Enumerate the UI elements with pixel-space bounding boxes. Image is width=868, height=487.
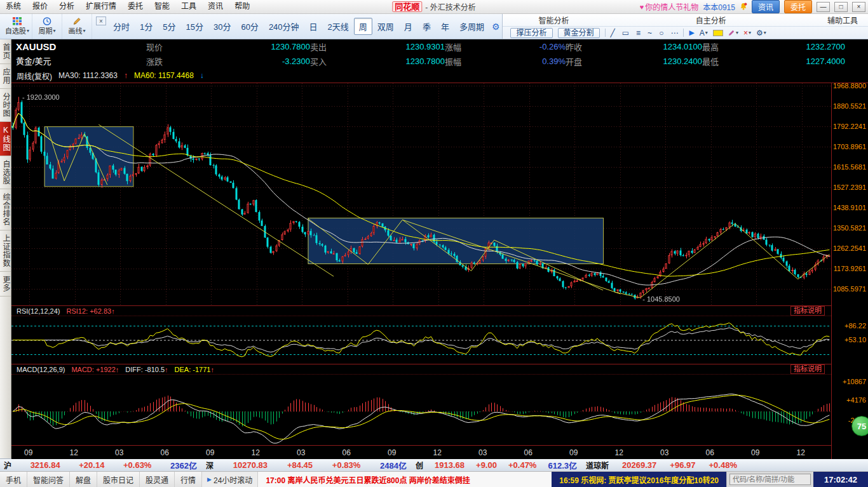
golden-section-button[interactable]: 黄金分割 bbox=[558, 28, 600, 38]
menu-item[interactable]: 系统 bbox=[0, 0, 27, 13]
period-tool-button[interactable]: 周期▾ bbox=[32, 14, 62, 39]
draw-tool-icon[interactable]: ~ bbox=[648, 29, 652, 37]
period-button[interactable]: 分时 bbox=[108, 18, 135, 35]
news-ticker-primary[interactable]: 17:00 离岸人民币兑美元五日累跌近800点 两岸价差结束倒挂 bbox=[258, 472, 552, 487]
panel-settings-gear-icon[interactable]: ⚙▾ bbox=[756, 29, 766, 37]
draw-tool-icon[interactable]: ○ bbox=[659, 29, 663, 37]
analysis-toolbar: 撑压分析 黄金分割 ╱▭≡~○⋯ ▶ A▾ ▾ ×▾ ⚙▾ bbox=[503, 27, 868, 39]
draw-tool-icon[interactable]: ╱ bbox=[611, 29, 615, 37]
ma30-value: MA30: 1112.3363 bbox=[58, 71, 118, 80]
quote-field-label: 卖出 bbox=[310, 41, 327, 53]
news-ticker-secondary[interactable]: 16:59 乐视网: 贾跃亭提议2016年度分配10转20 bbox=[552, 472, 726, 487]
sidebar-item-intraday-chart[interactable]: 分时图 bbox=[0, 89, 11, 122]
color-swatch[interactable] bbox=[713, 30, 723, 36]
sidebar-item-home[interactable]: 首页 bbox=[0, 39, 11, 64]
bottom-button[interactable]: 股灵通 bbox=[140, 472, 175, 487]
macd-title: MACD(12,26,9) bbox=[17, 366, 65, 373]
macd-help-button[interactable]: 指标说明 bbox=[790, 364, 825, 374]
period-button[interactable]: 60分 bbox=[236, 18, 263, 35]
symbol-name: 黄金/美元 bbox=[16, 55, 146, 68]
watchlist-tool-button[interactable]: 自选股▾ bbox=[3, 14, 32, 39]
delete-drawing-icon[interactable]: ×▾ bbox=[743, 29, 751, 37]
text-tool-icon[interactable]: A▾ bbox=[700, 29, 708, 37]
sidebar-item-ranking[interactable]: 综合排名 bbox=[0, 189, 11, 230]
sidebar-item-more[interactable]: 更多▾ bbox=[0, 272, 11, 297]
cursor-tool-icon[interactable]: ▶ bbox=[689, 29, 694, 36]
code-search-input[interactable] bbox=[729, 474, 811, 485]
rsi-help-button[interactable]: 指标说明 bbox=[790, 306, 825, 316]
menu-item[interactable]: 分析 bbox=[53, 0, 80, 13]
support-pressure-button[interactable]: 撑压分析 bbox=[510, 28, 552, 38]
draw-tool-icon[interactable]: ≡ bbox=[636, 29, 641, 37]
period-clock-icon bbox=[43, 17, 51, 25]
menu-item[interactable]: 工具 bbox=[175, 0, 202, 13]
period-button[interactable]: 双周 bbox=[372, 18, 399, 35]
promo-gift-link[interactable]: ♥你的情人节礼物 bbox=[640, 1, 699, 12]
period-button[interactable]: 5分 bbox=[158, 18, 180, 35]
index-quote[interactable]: 道琼斯20269.37+96.97+0.48% bbox=[586, 460, 746, 470]
x-axis-label: 09 bbox=[751, 448, 759, 457]
news-button[interactable]: 资讯 bbox=[752, 0, 780, 13]
period-button[interactable]: 15分 bbox=[180, 18, 208, 35]
period-button[interactable]: 日 bbox=[304, 18, 323, 35]
sidebar-item-sse-index[interactable]: 上证指数 bbox=[0, 230, 11, 272]
bottom-button[interactable]: 智能问答 bbox=[27, 472, 70, 487]
scroll-toggle-button[interactable]: ▶ 24小时滚动 bbox=[202, 472, 258, 487]
rsi-chart-canvas[interactable] bbox=[11, 316, 831, 364]
sidebar-item-watchlist[interactable]: 自选股 bbox=[0, 156, 11, 189]
close-button[interactable]: × bbox=[852, 2, 865, 12]
menu-item[interactable]: 帮助 bbox=[229, 0, 255, 13]
diff-value: DIFF: -810.5↑ bbox=[125, 366, 168, 373]
notification-bell-icon[interactable] bbox=[740, 3, 747, 11]
period-button[interactable]: 2天线 bbox=[323, 18, 354, 35]
minimize-button[interactable]: — bbox=[817, 2, 830, 12]
period-button[interactable]: 周 bbox=[354, 18, 372, 35]
period-button[interactable]: 季 bbox=[417, 18, 436, 35]
period-settings-gear-icon[interactable]: ⚙ bbox=[492, 22, 500, 32]
rsi-value: RSI12: +62.83↑ bbox=[66, 307, 114, 315]
price-axis-label: 1262.2541 bbox=[833, 244, 866, 252]
macd-panel-header: MACD(12,26,9) MACD: +1922↑ DIFF: -810.5↑… bbox=[11, 364, 831, 375]
menu-item[interactable]: 委托 bbox=[122, 0, 149, 13]
period-button[interactable]: 多周期 bbox=[454, 18, 489, 35]
bottom-button[interactable]: 股市日记 bbox=[97, 472, 140, 487]
bottom-button[interactable]: 行情 bbox=[175, 472, 202, 487]
menu-item[interactable]: 扩展行情 bbox=[80, 0, 122, 13]
menu-item[interactable]: 报价 bbox=[27, 0, 53, 13]
tab-aux-tools[interactable]: 辅助工具 bbox=[817, 15, 868, 25]
draw-tool-icon[interactable]: ▭ bbox=[622, 29, 629, 37]
period-button[interactable]: 年 bbox=[436, 18, 454, 35]
main-chart-canvas[interactable] bbox=[11, 83, 831, 305]
menu-item[interactable]: 资讯 bbox=[202, 0, 229, 13]
sidebar-item-kline-chart[interactable]: K线图 bbox=[0, 122, 11, 156]
floating-score-badge[interactable]: 75 bbox=[851, 416, 868, 436]
sidebar-item-apps[interactable]: 应用 bbox=[0, 64, 11, 89]
period-button[interactable]: 月 bbox=[399, 18, 417, 35]
chart-tab-close-button[interactable]: × bbox=[96, 17, 106, 25]
quote-field: 买入1230.7800 bbox=[310, 55, 445, 67]
bottom-button[interactable]: 手机 bbox=[0, 472, 27, 487]
index-quote[interactable]: 沪3216.84+20.14+0.63%2362亿 bbox=[4, 459, 206, 471]
user-account-link[interactable]: 本本0915 bbox=[703, 1, 735, 12]
price-axis-label: 1615.5681 bbox=[833, 163, 866, 171]
down-arrow-icon: ↓ bbox=[200, 71, 204, 80]
trade-button[interactable]: 委托 bbox=[784, 0, 812, 13]
macd-chart-canvas[interactable] bbox=[11, 375, 831, 445]
bottom-button[interactable]: 解盘 bbox=[70, 472, 97, 487]
tab-custom-analysis[interactable]: 自主分析 bbox=[604, 15, 817, 25]
index-quote[interactable]: 深10270.83+84.45+0.83%2484亿 bbox=[206, 459, 416, 471]
quote-field-label: 涨跌 bbox=[146, 55, 163, 67]
draw-tool-icon[interactable]: ⋯ bbox=[670, 29, 678, 37]
period-button[interactable]: 1分 bbox=[135, 18, 158, 35]
maximize-button[interactable]: □ bbox=[834, 2, 848, 12]
drawline-tool-button[interactable]: 画线▾ bbox=[62, 14, 92, 39]
period-button[interactable]: 240分钟 bbox=[264, 18, 304, 35]
analysis-tabs: 智能分析 自主分析 辅助工具 bbox=[503, 14, 868, 27]
period-button[interactable]: 30分 bbox=[208, 18, 236, 35]
chevron-down-icon: ▾ bbox=[764, 30, 766, 36]
index-value: 3216.84 bbox=[31, 460, 60, 470]
menu-item[interactable]: 智能 bbox=[149, 0, 175, 13]
tab-smart-analysis[interactable]: 智能分析 bbox=[503, 15, 604, 25]
brush-tool-icon[interactable]: ▾ bbox=[728, 29, 738, 36]
index-quote[interactable]: 创1913.68+9.00+0.47%612.3亿 bbox=[416, 459, 586, 471]
